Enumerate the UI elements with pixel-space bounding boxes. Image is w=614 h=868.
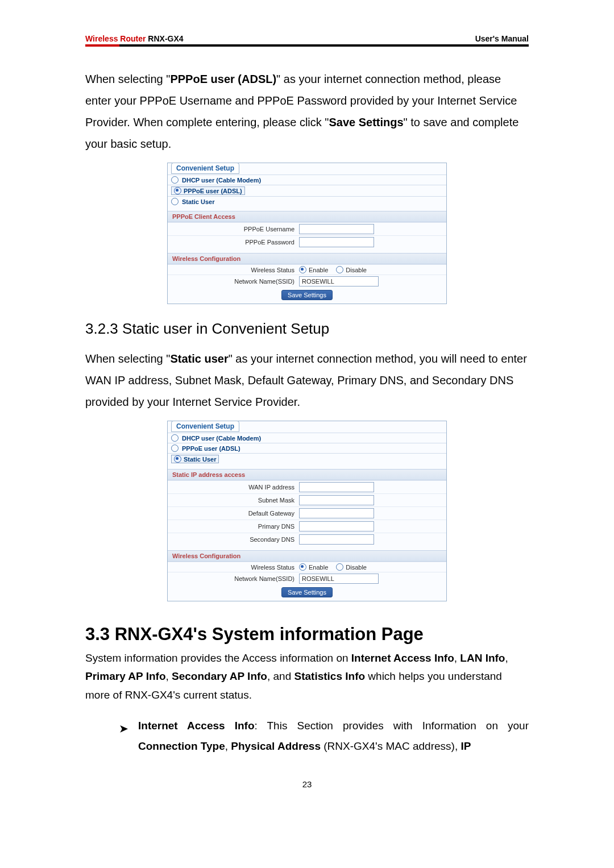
field-label: Subnet Mask <box>172 497 299 504</box>
row-default-gateway: Default Gateway <box>168 506 446 520</box>
save-settings-button[interactable]: Save Settings <box>281 587 333 597</box>
row-secondary-dns: Secondary DNS <box>168 533 446 546</box>
subnet-mask-input[interactable] <box>299 495 374 505</box>
field-label: Network Name(SSID) <box>172 278 299 285</box>
text-bold: Connection Type <box>138 740 225 752</box>
text-bold: Save Settings <box>329 116 403 128</box>
selected-indicator: Static User <box>171 455 219 463</box>
save-settings-button[interactable]: Save Settings <box>281 290 333 300</box>
option-dhcp[interactable]: DHCP user (Cable Modem) <box>168 175 446 185</box>
radio-disable[interactable]: Disable <box>336 266 367 273</box>
text-bold: Secondary AP Info <box>172 670 267 682</box>
option-label: DHCP user (Cable Modem) <box>182 435 261 442</box>
text: , <box>225 740 231 752</box>
section-wireless-config: Wireless Configuration <box>168 253 446 264</box>
heading-system-info: 3.3 RNX-GX4's System information Page <box>85 624 529 645</box>
section-wireless-config: Wireless Configuration <box>168 550 446 562</box>
option-pppoe[interactable]: PPPoE user (ADSL) <box>168 443 446 453</box>
panel-title: Convenient Setup <box>171 163 239 174</box>
row-ssid: Network Name(SSID) ROSEWILL <box>168 572 446 585</box>
radio-label: Disable <box>346 564 367 571</box>
row-wireless-status: Wireless Status Enable Disable <box>168 562 446 572</box>
default-gateway-input[interactable] <box>299 508 374 518</box>
ssid-input[interactable]: ROSEWILL <box>299 574 379 584</box>
option-pppoe[interactable]: PPPoE user (ADSL) <box>168 185 446 196</box>
bullet-text: Internet Access Info: This Section provi… <box>138 716 529 757</box>
option-static[interactable]: Static User <box>168 196 446 206</box>
arrow-icon: ➤ <box>119 716 128 757</box>
option-dhcp[interactable]: DHCP user (Cable Modem) <box>168 433 446 443</box>
radio-icon <box>171 198 179 205</box>
pppoe-username-input[interactable] <box>299 224 374 234</box>
panel-title: Convenient Setup <box>171 421 239 432</box>
text: , and <box>267 670 294 682</box>
secondary-dns-input[interactable] <box>299 534 374 545</box>
field-label: WAN IP address <box>172 484 299 491</box>
radio-filled-icon <box>174 455 181 463</box>
section-pppoe-access: PPPoE Client Access <box>168 211 446 222</box>
selected-indicator: PPPoE user (ADSL) <box>171 186 245 195</box>
text-bold: Primary AP Info <box>85 670 166 682</box>
model-name: RNX-GX4 <box>148 34 183 43</box>
primary-dns-input[interactable] <box>299 521 374 531</box>
field-label: Wireless Status <box>172 267 299 273</box>
radio-filled-icon <box>174 187 181 194</box>
option-label: PPPoE user (ADSL) <box>182 445 240 452</box>
radio-icon <box>171 434 179 442</box>
row-subnet-mask: Subnet Mask <box>168 493 446 506</box>
text: , <box>454 652 460 664</box>
field-label: Network Name(SSID) <box>172 575 299 582</box>
page-header: Wireless Router RNX-GX4 User's Manual <box>85 34 529 47</box>
radio-disable[interactable]: Disable <box>336 563 367 571</box>
option-label: DHCP user (Cable Modem) <box>182 177 261 184</box>
text-bold: Internet Access Info <box>138 720 255 732</box>
field-label: Secondary DNS <box>172 536 299 543</box>
field-label: Default Gateway <box>172 510 299 517</box>
text-bold: Physical Address <box>231 740 321 752</box>
text: (RNX-GX4's MAC address), <box>321 740 460 752</box>
screenshot-pppoe-setup: Convenient Setup DHCP user (Cable Modem)… <box>167 163 447 304</box>
ssid-input[interactable]: ROSEWILL <box>299 276 379 286</box>
row-wireless-status: Wireless Status Enable Disable <box>168 264 446 275</box>
screenshot-static-setup: Convenient Setup DHCP user (Cable Modem)… <box>167 421 447 601</box>
text: : This Section provides with Information… <box>255 720 529 732</box>
text-bold: Statistics Info <box>294 670 365 682</box>
pppoe-password-input[interactable] <box>299 237 374 247</box>
text: , <box>505 652 508 664</box>
section-static-ip: Static IP address access <box>168 469 446 480</box>
radio-label: Disable <box>346 267 367 273</box>
radio-icon <box>336 266 343 273</box>
wan-ip-input[interactable] <box>299 482 374 492</box>
header-right: User's Manual <box>475 34 529 43</box>
product-name: Wireless Router <box>85 34 146 43</box>
row-pppoe-username: PPPoE Username <box>168 222 446 235</box>
paragraph-pppoe: When selecting "PPPoE user (ADSL)" as yo… <box>85 68 529 155</box>
row-wan-ip: WAN IP address <box>168 480 446 493</box>
option-static[interactable]: Static User <box>168 453 446 464</box>
bullet-internet-access: ➤ Internet Access Info: This Section pro… <box>119 716 529 757</box>
radio-filled-icon <box>299 266 306 273</box>
field-label: Primary DNS <box>172 523 299 530</box>
option-label: Static User <box>182 198 214 205</box>
option-label: Static User <box>184 456 216 463</box>
paragraph-static: When selecting "Static user" as your int… <box>85 348 529 413</box>
heading-static-user: 3.2.3 Static user in Convenient Setup <box>85 320 529 338</box>
text: System information provides the Access i… <box>85 652 351 664</box>
text-bold: IP <box>460 740 471 752</box>
text: , <box>166 670 172 682</box>
text-bold: LAN Info <box>460 652 505 664</box>
page-number: 23 <box>85 779 529 789</box>
radio-icon <box>171 176 179 184</box>
radio-enable[interactable]: Enable <box>299 563 328 571</box>
field-label: Wireless Status <box>172 564 299 571</box>
radio-enable[interactable]: Enable <box>299 266 328 273</box>
radio-label: Enable <box>309 267 328 273</box>
radio-label: Enable <box>309 564 328 571</box>
text-bold: Static user <box>170 352 228 365</box>
field-label: PPPoE Username <box>172 226 299 232</box>
option-label: PPPoE user (ADSL) <box>184 188 242 194</box>
text-bold: PPPoE user (ADSL) <box>170 73 276 85</box>
row-ssid: Network Name(SSID) ROSEWILL <box>168 275 446 288</box>
radio-icon <box>171 445 179 452</box>
text: When selecting " <box>85 352 170 365</box>
